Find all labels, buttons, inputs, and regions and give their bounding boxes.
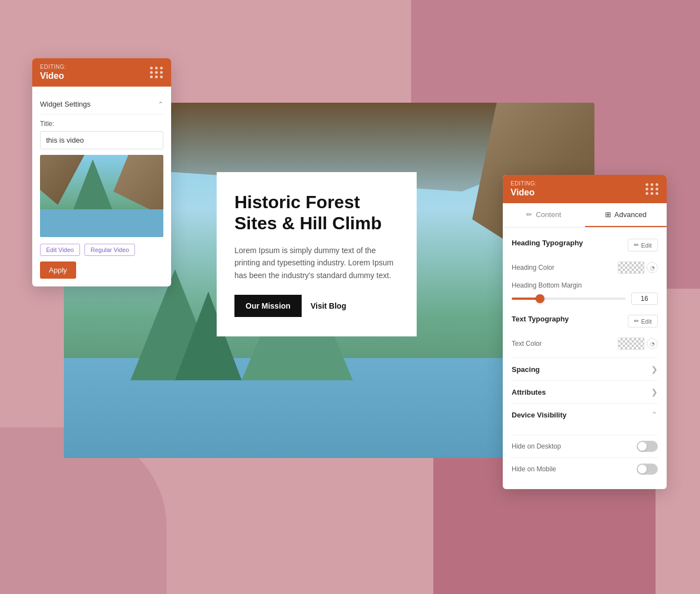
dot: [160, 67, 163, 69]
slider-thumb[interactable]: [536, 294, 544, 303]
left-panel-header: EDITING: Video: [32, 58, 171, 87]
pencil-icon: ✏: [634, 318, 639, 325]
heading-margin-slider-row: [512, 293, 658, 305]
hide-mobile-toggle[interactable]: [637, 464, 658, 475]
heading-color-label: Heading Color: [512, 264, 554, 271]
chevron-down-icon: ⌃: [158, 100, 163, 108]
right-panel-body: Heading Typography ✏ Edit Heading Color …: [503, 228, 667, 435]
hero-buttons: Our Mission Visit Blog: [234, 295, 399, 317]
dot: [646, 188, 648, 190]
right-editing-label: EDITING:: [511, 180, 537, 187]
pencil-icon: ✏: [526, 210, 532, 219]
our-mission-button[interactable]: Our Mission: [234, 295, 302, 317]
tab-content[interactable]: ✏ Content: [503, 203, 585, 227]
title-input[interactable]: [40, 131, 163, 149]
heading-typography-label: Heading Typography: [512, 239, 583, 247]
regular-video-button[interactable]: Regular Video: [84, 244, 136, 256]
hide-desktop-label: Hide on Desktop: [512, 442, 561, 450]
heading-margin-label-row: Heading Bottom Margin: [512, 281, 658, 289]
device-visibility-chevron-down-icon: ⌃: [651, 410, 658, 419]
right-panel-drag-handle[interactable]: [646, 183, 659, 195]
tab-advanced[interactable]: ⊞ Advanced: [585, 203, 667, 227]
hide-mobile-label: Hide on Mobile: [512, 465, 556, 473]
attributes-section-row[interactable]: Attributes ❯: [512, 380, 658, 403]
edit-video-button[interactable]: Edit Video: [40, 244, 80, 256]
heading-color-picker[interactable]: ◔: [618, 261, 658, 274]
thumb-cliff-right: [113, 155, 163, 216]
dot: [646, 192, 648, 195]
thumb-sea: [40, 209, 163, 237]
text-color-swatch[interactable]: [618, 338, 644, 350]
dot: [150, 67, 153, 69]
device-visibility-label: Device Visibility: [512, 411, 567, 419]
text-typography-label: Text Typography: [512, 315, 569, 323]
dot: [651, 188, 653, 190]
dot: [155, 67, 158, 69]
widget-settings-label: Widget Settings: [40, 100, 91, 108]
grid-icon: ⊞: [605, 210, 611, 219]
color-dropper-icon[interactable]: ◔: [647, 262, 658, 273]
hero-title: Historic Forest Sites & Hill Climb: [234, 192, 399, 234]
slider-container: [512, 293, 626, 304]
dot: [160, 71, 163, 74]
attributes-label: Attributes: [512, 388, 546, 396]
dot: [651, 192, 653, 195]
margin-value-input[interactable]: [631, 293, 658, 305]
right-panel-tabs: ✏ Content ⊞ Advanced: [503, 203, 667, 228]
left-panel-body: Widget Settings ⌃ Title: Edit Video Regu…: [32, 87, 171, 286]
dot: [155, 71, 158, 74]
heading-margin-label: Heading Bottom Margin: [512, 281, 582, 289]
dot: [150, 75, 153, 78]
heading-typography-row: Heading Typography ✏ Edit: [512, 236, 658, 254]
spacing-chevron-right-icon: ❯: [651, 365, 658, 374]
device-visibility-content: Hide on Desktop Hide on Mobile: [503, 435, 667, 489]
left-widget-panel: EDITING: Video Widget Settings ⌃ Title:: [32, 58, 171, 286]
hide-desktop-toggle[interactable]: [637, 441, 658, 452]
heading-color-row: Heading Color ◔: [512, 261, 658, 274]
hide-desktop-row: Hide on Desktop: [512, 435, 658, 457]
tab-content-label: Content: [536, 210, 561, 219]
right-panel-header: EDITING: Video: [503, 175, 667, 203]
dot: [160, 75, 163, 78]
text-color-row: Text Color ◔: [512, 338, 658, 350]
heading-color-swatch[interactable]: [618, 261, 644, 274]
apply-button[interactable]: Apply: [40, 261, 76, 279]
hero-text: Lorem Ipsum is simply dummy text of the …: [234, 244, 399, 281]
text-typography-row: Text Typography ✏ Edit: [512, 313, 658, 330]
visit-blog-button[interactable]: Visit Blog: [311, 301, 346, 310]
hide-mobile-row: Hide on Mobile: [512, 457, 658, 480]
left-panel-drag-handle[interactable]: [150, 67, 163, 78]
dot: [656, 183, 658, 186]
spacing-label: Spacing: [512, 365, 540, 374]
edit-label: Edit: [641, 318, 652, 325]
video-buttons-row: Edit Video Regular Video: [40, 244, 163, 256]
title-field-label: Title:: [40, 120, 163, 128]
attributes-chevron-right-icon: ❯: [651, 387, 658, 396]
edit-label: Edit: [641, 242, 652, 249]
device-visibility-section-row[interactable]: Device Visibility ⌃: [512, 403, 658, 426]
dot: [656, 192, 658, 195]
right-widget-panel: EDITING: Video ✏ Content ⊞ Advanced: [503, 175, 667, 489]
dot: [651, 183, 653, 186]
right-panel-title: Video: [511, 188, 537, 198]
heading-typography-edit-button[interactable]: ✏ Edit: [628, 239, 658, 251]
text-color-picker[interactable]: ◔: [618, 338, 658, 350]
spacing-section-row[interactable]: Spacing ❯: [512, 358, 658, 380]
dot: [155, 75, 158, 78]
text-color-label: Text Color: [512, 340, 542, 348]
slider-track: [512, 298, 626, 300]
hero-overlay: Historic Forest Sites & Hill Climb Lorem…: [217, 172, 417, 336]
pencil-icon: ✏: [634, 241, 639, 249]
left-panel-title: Video: [40, 71, 66, 81]
thumb-mountain: [73, 159, 112, 209]
video-thumbnail: [40, 155, 163, 237]
widget-settings-row[interactable]: Widget Settings ⌃: [40, 94, 163, 114]
dot: [656, 188, 658, 190]
dot: [646, 183, 648, 186]
text-color-dropper-icon[interactable]: ◔: [647, 338, 658, 349]
dot: [150, 71, 153, 74]
tab-advanced-label: Advanced: [614, 210, 647, 219]
left-editing-label: EDITING:: [40, 64, 66, 70]
text-typography-edit-button[interactable]: ✏ Edit: [628, 315, 658, 328]
